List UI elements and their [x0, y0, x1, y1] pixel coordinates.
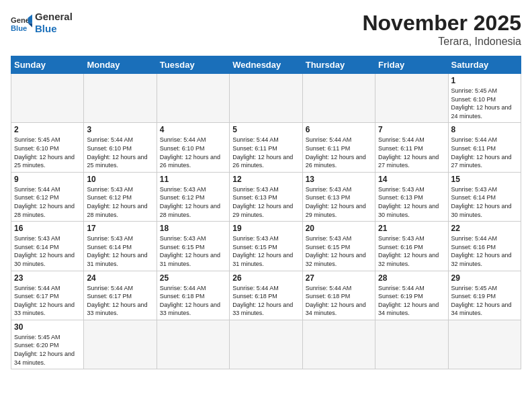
calendar-week-row: 23Sunrise: 5:44 AM Sunset: 6:17 PM Dayli… — [11, 271, 521, 320]
day-info: Sunrise: 5:44 AM Sunset: 6:16 PM Dayligh… — [451, 234, 518, 268]
calendar-table: SundayMondayTuesdayWednesdayThursdayFrid… — [11, 56, 521, 369]
calendar-day-cell: 27Sunrise: 5:44 AM Sunset: 6:18 PM Dayli… — [302, 271, 375, 320]
day-number: 18 — [160, 224, 226, 233]
day-number: 3 — [87, 125, 153, 134]
day-info: Sunrise: 5:44 AM Sunset: 6:18 PM Dayligh… — [160, 284, 226, 318]
day-number: 25 — [160, 273, 226, 283]
day-info: Sunrise: 5:43 AM Sunset: 6:12 PM Dayligh… — [160, 185, 226, 219]
calendar-day-cell: 9Sunrise: 5:44 AM Sunset: 6:12 PM Daylig… — [11, 172, 84, 221]
day-info: Sunrise: 5:43 AM Sunset: 6:15 PM Dayligh… — [232, 234, 299, 268]
day-info: Sunrise: 5:43 AM Sunset: 6:16 PM Dayligh… — [378, 234, 445, 268]
day-number: 4 — [160, 125, 226, 134]
calendar-day-cell — [375, 320, 448, 369]
calendar-day-cell: 6Sunrise: 5:44 AM Sunset: 6:11 PM Daylig… — [302, 123, 375, 172]
calendar-day-cell: 24Sunrise: 5:44 AM Sunset: 6:17 PM Dayli… — [84, 271, 157, 320]
svg-text:Blue: Blue — [11, 24, 27, 32]
page-subtitle: Terara, Indonesia — [362, 36, 521, 48]
title-block: November 2025 Terara, Indonesia — [362, 11, 521, 48]
weekday-header: Tuesday — [157, 56, 229, 74]
weekday-header: Monday — [84, 56, 157, 74]
page-header: General Blue General Blue November 2025 … — [11, 11, 521, 48]
calendar-day-cell: 20Sunrise: 5:43 AM Sunset: 6:15 PM Dayli… — [302, 222, 375, 271]
calendar-day-cell: 8Sunrise: 5:44 AM Sunset: 6:11 PM Daylig… — [448, 123, 521, 172]
day-number: 1 — [451, 76, 518, 85]
day-info: Sunrise: 5:44 AM Sunset: 6:18 PM Dayligh… — [306, 284, 372, 318]
day-number: 11 — [160, 175, 226, 184]
day-info: Sunrise: 5:44 AM Sunset: 6:11 PM Dayligh… — [232, 136, 299, 169]
logo-blue-text: Blue — [35, 23, 73, 35]
day-info: Sunrise: 5:45 AM Sunset: 6:10 PM Dayligh… — [451, 87, 518, 120]
day-info: Sunrise: 5:43 AM Sunset: 6:14 PM Dayligh… — [87, 234, 153, 268]
day-number: 8 — [451, 125, 518, 134]
calendar-day-cell: 11Sunrise: 5:43 AM Sunset: 6:12 PM Dayli… — [157, 172, 229, 221]
day-number: 6 — [306, 125, 372, 134]
calendar-day-cell: 17Sunrise: 5:43 AM Sunset: 6:14 PM Dayli… — [84, 222, 157, 271]
day-number: 22 — [451, 224, 518, 233]
day-number: 14 — [378, 175, 445, 184]
calendar-day-cell: 15Sunrise: 5:43 AM Sunset: 6:14 PM Dayli… — [448, 172, 521, 221]
day-info: Sunrise: 5:43 AM Sunset: 6:13 PM Dayligh… — [232, 185, 299, 219]
day-info: Sunrise: 5:43 AM Sunset: 6:13 PM Dayligh… — [378, 185, 445, 219]
day-number: 27 — [306, 273, 372, 283]
day-number: 23 — [14, 273, 81, 283]
day-info: Sunrise: 5:43 AM Sunset: 6:14 PM Dayligh… — [14, 234, 81, 268]
calendar-day-cell: 16Sunrise: 5:43 AM Sunset: 6:14 PM Dayli… — [11, 222, 84, 271]
calendar-day-cell: 23Sunrise: 5:44 AM Sunset: 6:17 PM Dayli… — [11, 271, 84, 320]
weekday-header: Saturday — [448, 56, 521, 74]
day-number: 7 — [378, 125, 445, 134]
calendar-day-cell: 14Sunrise: 5:43 AM Sunset: 6:13 PM Dayli… — [375, 172, 448, 221]
calendar-day-cell: 22Sunrise: 5:44 AM Sunset: 6:16 PM Dayli… — [448, 222, 521, 271]
calendar-week-row: 1Sunrise: 5:45 AM Sunset: 6:10 PM Daylig… — [11, 74, 521, 123]
calendar-day-cell: 18Sunrise: 5:43 AM Sunset: 6:15 PM Dayli… — [157, 222, 229, 271]
weekday-header: Sunday — [11, 56, 84, 74]
calendar-day-cell: 28Sunrise: 5:44 AM Sunset: 6:19 PM Dayli… — [375, 271, 448, 320]
day-number: 15 — [451, 175, 518, 184]
calendar-day-cell: 26Sunrise: 5:44 AM Sunset: 6:18 PM Dayli… — [230, 271, 302, 320]
calendar-day-cell — [448, 320, 521, 369]
day-info: Sunrise: 5:45 AM Sunset: 6:19 PM Dayligh… — [451, 284, 518, 318]
calendar-day-cell: 13Sunrise: 5:43 AM Sunset: 6:13 PM Dayli… — [302, 172, 375, 221]
day-info: Sunrise: 5:43 AM Sunset: 6:14 PM Dayligh… — [451, 185, 518, 219]
day-number: 2 — [14, 125, 81, 134]
logo-general-text: General — [35, 11, 73, 23]
calendar-day-cell — [157, 74, 229, 123]
day-info: Sunrise: 5:44 AM Sunset: 6:11 PM Dayligh… — [451, 136, 518, 169]
logo: General Blue General Blue — [11, 11, 73, 35]
day-number: 13 — [306, 175, 372, 184]
day-info: Sunrise: 5:45 AM Sunset: 6:10 PM Dayligh… — [14, 136, 81, 169]
day-info: Sunrise: 5:43 AM Sunset: 6:13 PM Dayligh… — [306, 185, 372, 219]
calendar-day-cell: 12Sunrise: 5:43 AM Sunset: 6:13 PM Dayli… — [230, 172, 302, 221]
day-info: Sunrise: 5:44 AM Sunset: 6:17 PM Dayligh… — [87, 284, 153, 318]
day-info: Sunrise: 5:43 AM Sunset: 6:12 PM Dayligh… — [87, 185, 153, 219]
calendar-day-cell: 3Sunrise: 5:44 AM Sunset: 6:10 PM Daylig… — [84, 123, 157, 172]
day-info: Sunrise: 5:45 AM Sunset: 6:20 PM Dayligh… — [14, 333, 81, 367]
calendar-week-row: 2Sunrise: 5:45 AM Sunset: 6:10 PM Daylig… — [11, 123, 521, 172]
calendar-day-cell: 5Sunrise: 5:44 AM Sunset: 6:11 PM Daylig… — [230, 123, 302, 172]
calendar-day-cell: 1Sunrise: 5:45 AM Sunset: 6:10 PM Daylig… — [448, 74, 521, 123]
day-info: Sunrise: 5:44 AM Sunset: 6:10 PM Dayligh… — [160, 136, 226, 169]
day-number: 30 — [14, 322, 81, 332]
day-number: 29 — [451, 273, 518, 283]
day-info: Sunrise: 5:44 AM Sunset: 6:19 PM Dayligh… — [378, 284, 445, 318]
calendar-day-cell — [302, 320, 375, 369]
day-number: 24 — [87, 273, 153, 283]
calendar-day-cell — [11, 74, 84, 123]
calendar-day-cell: 21Sunrise: 5:43 AM Sunset: 6:16 PM Dayli… — [375, 222, 448, 271]
calendar-day-cell: 2Sunrise: 5:45 AM Sunset: 6:10 PM Daylig… — [11, 123, 84, 172]
calendar-week-row: 16Sunrise: 5:43 AM Sunset: 6:14 PM Dayli… — [11, 222, 521, 271]
calendar-day-cell — [230, 74, 302, 123]
calendar-day-cell: 19Sunrise: 5:43 AM Sunset: 6:15 PM Dayli… — [230, 222, 302, 271]
page-title: November 2025 — [362, 11, 521, 36]
day-number: 19 — [232, 224, 299, 233]
day-info: Sunrise: 5:43 AM Sunset: 6:15 PM Dayligh… — [306, 234, 372, 268]
calendar-day-cell — [84, 320, 157, 369]
weekday-header: Friday — [375, 56, 448, 74]
calendar-day-cell — [230, 320, 302, 369]
day-info: Sunrise: 5:44 AM Sunset: 6:12 PM Dayligh… — [14, 185, 81, 219]
calendar-day-cell: 10Sunrise: 5:43 AM Sunset: 6:12 PM Dayli… — [84, 172, 157, 221]
day-info: Sunrise: 5:44 AM Sunset: 6:11 PM Dayligh… — [306, 136, 372, 169]
calendar-day-cell — [375, 74, 448, 123]
day-number: 9 — [14, 175, 81, 184]
day-number: 20 — [306, 224, 372, 233]
day-number: 17 — [87, 224, 153, 233]
